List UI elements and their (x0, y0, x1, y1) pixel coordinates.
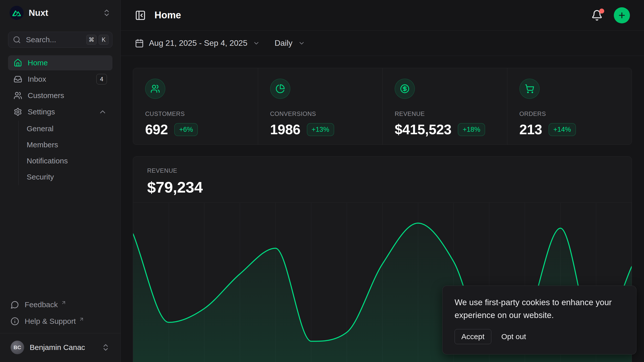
search-icon (13, 36, 21, 44)
sidebar-divider (0, 333, 120, 333)
page-header: Home (121, 0, 644, 31)
sidebar-item-security[interactable]: Security (19, 169, 112, 185)
stat-delta-badge: +13% (307, 123, 334, 136)
chevrons-up-down-icon (101, 343, 110, 352)
sidebar-item-settings[interactable]: Settings (8, 104, 112, 119)
date-range-picker[interactable]: Aug 21, 2025 - Sep 4, 2025 (135, 38, 260, 48)
search-placeholder: Search... (26, 35, 81, 44)
user-name: Benjamin Canac (30, 343, 85, 352)
kbd-meta: ⌘ (86, 35, 97, 45)
notifications-button[interactable] (591, 10, 603, 21)
inbox-count-badge: 4 (96, 74, 107, 84)
house-icon (14, 59, 22, 67)
team-name: Nuxt (29, 8, 48, 18)
stat-delta-badge: +14% (549, 123, 576, 136)
stat-value: 1986 (270, 121, 300, 138)
page-title: Home (154, 10, 181, 21)
kbd-k: K (99, 35, 109, 45)
team-picker[interactable]: Nuxt (8, 5, 112, 21)
add-button[interactable] (614, 7, 630, 23)
sidebar-item-notifications[interactable]: Notifications (19, 153, 112, 169)
stat-value: 692 (145, 121, 168, 138)
info-icon (11, 317, 19, 326)
cookie-message: We use first-party cookies to enhance yo… (455, 296, 624, 322)
sidebar-item-general[interactable]: General (19, 121, 112, 137)
sidebar-item-label: Customers (28, 91, 64, 100)
sidebar-item-customers[interactable]: Customers (8, 88, 112, 103)
sidebar-item-members[interactable]: Members (19, 137, 112, 153)
arrow-up-right-icon (79, 316, 84, 322)
chevron-up-icon (98, 108, 107, 116)
panel-left-close-icon (135, 10, 146, 21)
settings-subnav: General Members Notifications Security (18, 121, 112, 185)
revenue-chart-header: REVENUE $79,234 (133, 157, 632, 201)
inbox-icon (14, 75, 22, 83)
stat-label: REVENUE (395, 110, 495, 117)
stat-delta-badge: +18% (458, 123, 485, 136)
users-icon (145, 79, 165, 99)
notification-dot (599, 9, 604, 14)
sidebar-item-label: Settings (28, 108, 55, 116)
stat-card-customers[interactable]: CUSTOMERS 692 +6% (133, 68, 258, 145)
stat-value: 213 (519, 121, 542, 138)
sidebar: Nuxt Search... ⌘ K Home Inbox 4 Cu (0, 0, 121, 362)
date-range-value: Aug 21, 2025 - Sep 4, 2025 (149, 38, 247, 48)
stat-card-orders[interactable]: ORDERS 213 +14% (507, 68, 632, 145)
pie-chart-icon (270, 79, 290, 99)
avatar: BC (11, 341, 24, 354)
period-select[interactable]: Daily (274, 38, 305, 48)
nuxt-logo-icon (10, 6, 24, 20)
sidebar-nav: Home Inbox 4 Customers Settings General … (8, 55, 112, 185)
chevron-down-icon (298, 40, 305, 47)
stat-value: $415,523 (395, 121, 451, 138)
filters-toolbar: Aug 21, 2025 - Sep 4, 2025 Daily (121, 31, 644, 56)
users-icon (14, 91, 22, 100)
sidebar-footer: Feedback Help & Support BC Benjamin Cana… (8, 296, 112, 358)
calendar-icon (135, 39, 144, 48)
stat-label: CONVERSIONS (270, 110, 371, 117)
collapse-sidebar-button[interactable] (135, 10, 146, 21)
plus-icon (618, 11, 626, 20)
shopping-cart-icon (519, 79, 540, 99)
gear-icon (14, 108, 22, 116)
optout-cookies-button[interactable]: Opt out (501, 329, 526, 344)
revenue-chart-total: $79,234 (147, 178, 618, 196)
cookie-toast: We use first-party cookies to enhance yo… (442, 286, 636, 354)
sidebar-item-label: Inbox (28, 75, 46, 83)
stat-label: ORDERS (519, 110, 620, 117)
arrow-up-right-icon (61, 300, 66, 305)
dollar-circle-icon (395, 79, 415, 99)
revenue-chart-label: REVENUE (147, 167, 618, 174)
sidebar-item-inbox[interactable]: Inbox 4 (8, 72, 112, 87)
stat-delta-badge: +6% (174, 123, 198, 136)
sidebar-item-label: Home (28, 59, 48, 67)
help-support-link[interactable]: Help & Support (8, 313, 112, 330)
user-menu[interactable]: BC Benjamin Canac (8, 337, 112, 358)
stat-card-revenue[interactable]: REVENUE $415,523 +18% (382, 68, 507, 145)
message-circle-icon (11, 300, 19, 309)
chevron-down-icon (253, 40, 260, 47)
accept-cookies-button[interactable]: Accept (455, 329, 491, 344)
stat-label: CUSTOMERS (145, 110, 246, 117)
chevrons-up-down-icon (102, 9, 111, 17)
search-kbd-hint: ⌘ K (86, 35, 109, 45)
stat-card-conversions[interactable]: CONVERSIONS 1986 +13% (258, 68, 383, 145)
feedback-link[interactable]: Feedback (8, 296, 112, 313)
stats-strip: CUSTOMERS 692 +6% CONVERSIONS 1986 +13% (133, 68, 632, 145)
search-input[interactable]: Search... ⌘ K (8, 32, 112, 48)
sidebar-item-home[interactable]: Home (8, 55, 112, 70)
period-value: Daily (274, 38, 292, 48)
